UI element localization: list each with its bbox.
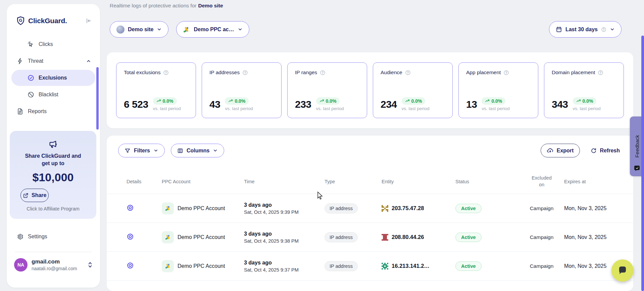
sidebar-scrollbar[interactable] xyxy=(96,67,99,130)
ppc-account-selector-dropdown[interactable]: Demo PPC ac… xyxy=(176,21,249,38)
stat-value: 6 523 xyxy=(124,99,148,110)
calendar-icon xyxy=(556,26,562,33)
share-button[interactable]: Share xyxy=(20,189,49,202)
ppc-account-name: Demo PPC Account xyxy=(178,263,225,269)
stat-change: 0.0% xyxy=(583,98,593,104)
help-circle-icon[interactable] xyxy=(598,70,603,76)
ppc-selector-value: Demo PPC ac… xyxy=(194,27,234,33)
view-details-icon[interactable] xyxy=(127,262,134,269)
help-circle-icon[interactable] xyxy=(163,70,169,76)
stat-title: Total exclusions xyxy=(124,69,160,76)
sidebar-item-threat[interactable]: Threat xyxy=(7,53,100,69)
view-details-icon[interactable] xyxy=(127,233,134,240)
columns-label: Columns xyxy=(187,148,209,154)
entity-identicon xyxy=(382,234,388,241)
stat-title: Domain placement xyxy=(552,69,595,76)
export-button[interactable]: Export xyxy=(541,144,580,157)
col-header-expires-at: Expires at xyxy=(564,179,627,184)
col-header-details: Details xyxy=(118,179,162,184)
stat-value: 13 xyxy=(466,99,477,110)
col-header-time: Time xyxy=(244,179,325,184)
megaphone-icon xyxy=(16,140,90,149)
affiliate-promo-card: Share ClickGuard and get up to $10,000 S… xyxy=(10,131,96,219)
stat-note: vs. last period xyxy=(316,106,344,111)
site-selector-dropdown[interactable]: Demo site xyxy=(110,21,168,38)
status-badge: Active xyxy=(455,261,482,271)
feedback-chat-icon xyxy=(634,165,640,172)
chat-launcher-button[interactable] xyxy=(611,259,634,282)
trend-up-icon xyxy=(405,99,410,103)
subtitle-site-name: Demo site xyxy=(198,3,223,8)
ban-icon xyxy=(28,91,34,98)
stat-note: vs. last period xyxy=(225,106,253,111)
stat-change: 0.0% xyxy=(326,98,337,104)
stat-change: 0.0% xyxy=(411,98,422,104)
promo-line2: get up to xyxy=(16,160,90,167)
brand-name: ClickGuard. xyxy=(28,17,67,25)
help-circle-icon[interactable] xyxy=(242,70,248,76)
time-full: Sat, Oct 4, 2025 9:39 PM xyxy=(244,209,325,215)
sidebar-item-blacklist[interactable]: Blacklist xyxy=(7,86,100,103)
sidebar-item-settings[interactable]: Settings xyxy=(7,228,100,245)
sidebar-item-reports[interactable]: Reports xyxy=(7,103,100,120)
file-text-icon xyxy=(17,108,23,115)
entity-identicon xyxy=(382,205,388,212)
badge-check-icon xyxy=(28,75,34,81)
stat-title: IP ranges xyxy=(295,69,317,76)
columns-dropdown[interactable]: Columns xyxy=(171,144,224,157)
cloud-download-icon xyxy=(547,147,553,154)
sidebar-collapse-icon[interactable] xyxy=(85,17,92,24)
promo-amount: $10,000 xyxy=(16,171,90,184)
stats-panel: Total exclusions 6 523 0.0% vs. last per… xyxy=(107,52,633,128)
time-relative: 3 days ago xyxy=(244,202,325,208)
view-details-icon[interactable] xyxy=(127,204,134,211)
table-header-row: Details PPC Account Time Type Entity Sta… xyxy=(107,169,633,194)
sidebar-item-label: Threat xyxy=(28,58,43,64)
sidebar-item-label: Blacklist xyxy=(39,92,58,98)
refresh-button[interactable]: Refresh xyxy=(589,147,622,154)
expires-at-value: Mon, Nov 3, 2025 xyxy=(564,234,627,240)
chevron-down-icon xyxy=(157,27,162,32)
stat-card-domain-placement: Domain placement 343 0.0% vs. last perio… xyxy=(544,62,624,118)
table-row: Demo PPC Account 3 days agoSat, Oct 4, 2… xyxy=(107,251,633,280)
stat-card-total-exclusions: Total exclusions 6 523 0.0% vs. last per… xyxy=(116,62,196,118)
sidebar-item-clicks[interactable]: Clicks xyxy=(7,36,100,53)
selector-chevrons-icon xyxy=(88,261,93,268)
time-full: Sat, Oct 4, 2025 9:37 PM xyxy=(244,267,325,273)
ppc-account-name: Demo PPC Account xyxy=(178,205,225,211)
chevron-down-icon xyxy=(213,148,218,153)
table-row: Demo PPC Account 3 days agoSat, Oct 4, 2… xyxy=(107,223,633,251)
stat-title: App placement xyxy=(466,69,501,76)
excluded-on-value: Campaign xyxy=(519,234,564,240)
affiliate-link[interactable]: Click to Affiliate Program xyxy=(16,206,90,211)
google-ads-icon xyxy=(162,260,174,272)
date-range-dropdown[interactable]: Last 30 days xyxy=(549,21,622,38)
filters-dropdown[interactable]: Filters xyxy=(118,144,165,157)
type-badge: IP address xyxy=(325,203,358,213)
sidebar-item-exclusions[interactable]: Exclusions xyxy=(11,70,95,86)
trend-up-icon xyxy=(228,99,233,103)
page-scrollbar[interactable] xyxy=(641,36,644,291)
share-button-label: Share xyxy=(32,192,46,198)
sidebar: G ClickGuard. Clicks Threat xyxy=(7,4,100,288)
zap-icon xyxy=(17,58,23,64)
stat-card-audience: Audience 234 0.0% vs. last period xyxy=(373,62,453,118)
stat-change: 0.0% xyxy=(163,98,174,104)
chevron-up-icon xyxy=(86,58,91,64)
svg-text:G: G xyxy=(19,18,22,23)
subtitle-text: Realtime logs of protective actions for xyxy=(110,3,196,8)
export-label: Export xyxy=(557,148,574,154)
help-circle-icon[interactable] xyxy=(320,70,326,76)
help-circle-icon[interactable] xyxy=(405,70,411,76)
stat-card-ip-addresses: IP addresses 43 0.0% vs. last period xyxy=(202,62,282,118)
help-circle-icon[interactable] xyxy=(601,27,606,32)
sidebar-nav: Clicks Threat Exclusions Blacklist xyxy=(7,36,100,120)
entity-value: 16.213.141.2… xyxy=(392,263,430,269)
time-relative: 3 days ago xyxy=(244,231,325,237)
feedback-label: Feedback xyxy=(634,135,640,157)
time-relative: 3 days ago xyxy=(244,260,325,266)
account-email: naatali.ro@gmail.com xyxy=(32,266,77,271)
help-circle-icon[interactable] xyxy=(503,70,509,76)
account-switcher[interactable]: NA gmail.com naatali.ro@gmail.com xyxy=(7,252,100,272)
cursor-click-icon xyxy=(28,41,34,48)
